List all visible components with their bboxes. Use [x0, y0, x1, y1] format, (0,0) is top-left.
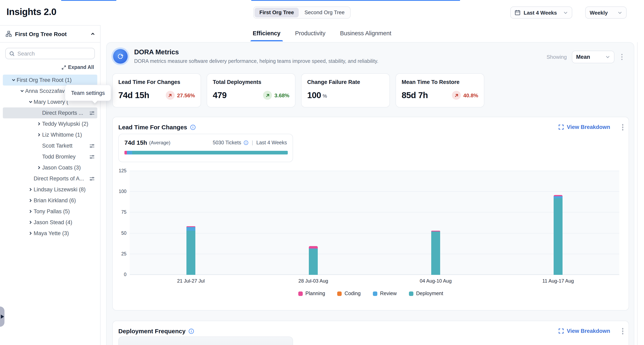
sidebar-expand-handle[interactable]	[0, 306, 4, 327]
bar-segment-deployment	[186, 231, 195, 275]
gridline	[130, 274, 619, 275]
stacked-bar-11-aug-17-aug[interactable]	[554, 195, 562, 275]
tree-node-scott-tarkett[interactable]: Scott Tarkett	[3, 140, 97, 151]
deployment-frequency-title-row: Deployment Frequency	[118, 328, 194, 335]
tree-node-jason-coats-3[interactable]: Jason Coats (3)	[3, 162, 97, 173]
date-range-value: Last 4 Weeks	[524, 10, 560, 16]
tickets-count: 5030 Tickets	[213, 140, 241, 145]
deployment-frequency-view-breakdown[interactable]: View Breakdown	[559, 328, 610, 334]
metric-card-unit: %	[322, 93, 327, 99]
org-toggle-option[interactable]: First Org Tree	[254, 8, 299, 18]
chevron-right-icon[interactable]	[36, 120, 42, 127]
tree-node-teddy-wylupski-2[interactable]: Teddy Wylupski (2)	[3, 118, 97, 129]
x-tick-label: 21 Jul-27 Jul	[162, 278, 219, 284]
info-icon[interactable]	[244, 140, 248, 145]
lead-time-menu-button[interactable]	[620, 122, 625, 132]
tree-node-label: Mary Lowery (	[34, 99, 68, 105]
legend-label: Planning	[306, 291, 325, 296]
chevron-down-icon[interactable]	[27, 99, 34, 105]
tree-node-maya-yette-3[interactable]: Maya Yette (3)	[3, 228, 97, 239]
legend-item-coding[interactable]: Coding	[337, 291, 360, 296]
legend-item-deployment[interactable]: Deployment	[409, 291, 443, 296]
stacked-bar-04-aug-10-aug[interactable]	[431, 231, 440, 275]
chevron-right-icon[interactable]	[27, 208, 34, 215]
chevron-down-icon	[605, 55, 610, 59]
top-bar: Insights 2.0 First Org TreeSecond Org Tr…	[0, 0, 644, 25]
lead-time-view-breakdown[interactable]: View Breakdown	[559, 124, 610, 130]
showing-label: Showing	[546, 54, 567, 60]
tree-node-todd-bromley[interactable]: Todd Bromley	[3, 151, 97, 162]
search-input[interactable]	[18, 50, 91, 56]
dora-title: DORA Metrics	[134, 48, 378, 56]
tree-node-label: Anna Scozzafava	[25, 88, 68, 94]
y-tick-label: 100	[116, 189, 126, 194]
insights-dashboard: Insights 2.0 First Org TreeSecond Org Tr…	[0, 0, 644, 345]
dora-menu-button[interactable]	[619, 52, 624, 62]
org-tree-sidebar: First Org Tree Root Expand All First Org…	[0, 25, 100, 345]
tree-node-label: First Org Tree Root (1)	[16, 77, 72, 83]
summary-qualifier: (Average)	[149, 140, 170, 145]
bar-segment-review	[554, 196, 562, 198]
efficiency-panel: DORA Metrics DORA metrics measure softwa…	[106, 42, 634, 345]
chevron-right-icon[interactable]	[27, 230, 34, 236]
tab-productivity[interactable]: Productivity	[294, 29, 326, 41]
tree-node-direct-reports-of-a[interactable]: Direct Reports of A...	[3, 173, 97, 184]
search-icon	[9, 51, 14, 56]
chevron-right-icon[interactable]	[27, 197, 34, 204]
tree-node-jason-stead-4[interactable]: Jason Stead (4)	[3, 217, 97, 228]
tree-node-brian-kirkland-6[interactable]: Brian Kirkland (6)	[3, 195, 97, 206]
x-tick-label: 04 Aug-10 Aug	[407, 278, 464, 284]
tree-node-liz-whittome-1[interactable]: Liz Whittome (1)	[3, 129, 97, 140]
tab-business-alignment[interactable]: Business Alignment	[339, 29, 392, 41]
aggregation-select[interactable]: Mean	[572, 51, 614, 63]
expand-all-icon	[62, 65, 66, 70]
date-range-select[interactable]: Last 4 Weeks	[510, 6, 572, 19]
tree-node-lindsay-liszewski-8[interactable]: Lindsay Liszewski (8)	[3, 184, 97, 195]
chevron-right-icon[interactable]	[27, 219, 34, 226]
tree-node-label: Teddy Wylupski (2)	[42, 121, 88, 127]
tree-node-label: Brian Kirkland (6)	[34, 198, 76, 204]
phase-segment-review	[127, 151, 132, 154]
stacked-bar-28-jul-03-aug[interactable]	[309, 246, 318, 275]
metric-card-value: 85d 7h	[402, 90, 428, 100]
deployment-frequency-header: Deployment Frequency View Breakdown	[118, 326, 625, 336]
metric-change-badge: 27.56%	[166, 91, 195, 100]
legend-swatch	[337, 291, 342, 296]
team-settings-icon[interactable]	[89, 154, 95, 160]
tab-efficiency[interactable]: Efficiency	[252, 29, 281, 41]
tree-node-first-org-tree-root-1[interactable]: First Org Tree Root (1)	[3, 74, 97, 86]
team-settings-icon[interactable]	[89, 176, 95, 182]
showing-control: Showing Mean	[546, 51, 624, 63]
chevron-down-icon[interactable]	[19, 88, 25, 94]
gridline	[130, 191, 619, 192]
metric-change-value: 40.8%	[463, 92, 478, 98]
lead-time-summary-card: 74d 15h (Average) 5030 Tickets | Last 4 …	[118, 134, 293, 162]
tree-node-label: Scott Tarkett	[42, 143, 72, 149]
info-icon[interactable]	[188, 328, 194, 334]
tree-node-direct-reports[interactable]: Direct Reports ...	[3, 108, 97, 118]
main-tabs: EfficiencyProductivityBusiness Alignment	[0, 29, 644, 41]
chevron-down-icon[interactable]	[10, 77, 16, 83]
chevron-right-icon[interactable]	[27, 186, 34, 193]
legend-item-planning[interactable]: Planning	[298, 291, 325, 296]
expand-all-button[interactable]: Expand All	[0, 64, 100, 70]
top-progress-line	[61, 0, 116, 1]
team-settings-icon[interactable]	[89, 143, 95, 148]
chevron-right-icon[interactable]	[36, 132, 42, 138]
y-tick-label: 75	[116, 210, 126, 215]
expand-corners-icon	[559, 328, 564, 334]
org-toggle-option[interactable]: Second Org Tree	[300, 8, 350, 18]
tree-search[interactable]	[5, 48, 95, 59]
tree-node-label: Liz Whittome (1)	[42, 132, 82, 138]
chevron-right-icon[interactable]	[36, 164, 42, 171]
deployment-frequency-menu-button[interactable]	[620, 326, 625, 336]
org-tree-toggle[interactable]: First Org TreeSecond Org Tree	[253, 6, 351, 19]
stacked-bar-21-jul-27-jul[interactable]	[186, 226, 195, 275]
tree-node-label: Direct Reports ...	[42, 110, 83, 116]
tree-node-tony-pallas-5[interactable]: Tony Pallas (5)	[3, 206, 97, 217]
metric-change-badge: 3.68%	[263, 91, 289, 100]
legend-item-review[interactable]: Review	[373, 291, 397, 296]
info-icon[interactable]	[190, 124, 196, 130]
team-settings-icon[interactable]	[89, 110, 95, 116]
granularity-select[interactable]: Weekly	[585, 6, 626, 19]
